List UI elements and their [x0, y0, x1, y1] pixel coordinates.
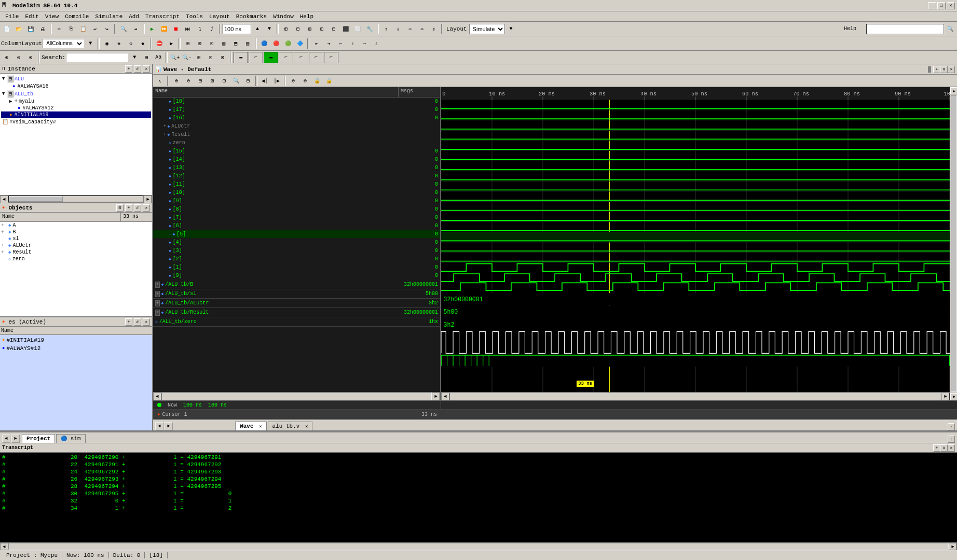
sig-4[interactable]: ◆ [4] 0 [153, 239, 440, 247]
tb-w6[interactable]: ▤ [242, 38, 253, 49]
sig-11[interactable]: ◆ [11] 0 [153, 180, 440, 189]
obj-row-result[interactable]: + ◆ Result [0, 249, 152, 256]
tb-w5[interactable]: ⬒ [230, 38, 241, 49]
sig-6[interactable]: ◆ [6] 0 [153, 222, 440, 230]
menu-layout[interactable]: Layout [206, 12, 233, 21]
wave-tb-z2[interactable]: ⊖ [183, 75, 194, 87]
tb-bookmark2[interactable]: ⊟ [292, 23, 304, 35]
tb-arr2[interactable]: ⇥ [323, 38, 334, 49]
sig-alutb-aluctr[interactable]: + ◆ /ALU_tb/ALUctr 3h2 [153, 299, 440, 308]
tb-zoom5[interactable]: ⊠ [217, 52, 228, 63]
active-row-initial19[interactable]: ● #INITIAL#19 [1, 336, 151, 344]
wave-tabs-nav-left[interactable]: ◄ [155, 422, 163, 430]
transcript-close-btn[interactable]: ✕ [948, 444, 955, 452]
tree-always16[interactable]: ● #ALWAYS#16 [1, 83, 151, 90]
wave-expand-btn[interactable]: + [933, 66, 940, 73]
tb-find[interactable]: 🔍 [118, 23, 129, 35]
wave-scroll-down[interactable]: ▼ [950, 393, 957, 400]
sig-9[interactable]: ◆ [9] 0 [153, 197, 440, 205]
tb-zoom1[interactable]: 🔍+ [169, 52, 181, 63]
tb-sim3[interactable]: ⇒ [404, 23, 416, 35]
tree-initial19[interactable]: ● #INITIAL#19 [1, 111, 151, 118]
tb-sim4[interactable]: ⇔ [416, 23, 428, 35]
tb-stop[interactable]: ⏹ [170, 23, 182, 35]
tb-step-out[interactable]: ⤴ [206, 23, 217, 35]
menu-view[interactable]: View [42, 12, 62, 21]
wave-scroll-right[interactable]: ► [941, 393, 950, 400]
tb-stop2[interactable]: ⛔ [154, 38, 165, 49]
sig-8[interactable]: ◆ [8] 0 [153, 205, 440, 214]
tb-obj3[interactable]: ◇ [125, 38, 136, 49]
wave-tb-find-next[interactable]: |▶ [271, 75, 282, 87]
tb-w8[interactable]: 🔴 [270, 38, 282, 49]
sig-10[interactable]: ◆ [10] 0 [153, 189, 440, 197]
objects-close-btn[interactable]: ✕ [143, 204, 150, 212]
tb-zoom2[interactable]: 🔍- [181, 52, 193, 63]
bottom-tabs-nav-right[interactable]: ► [11, 435, 20, 443]
menu-window[interactable]: Window [270, 12, 297, 21]
wave-scroll-up[interactable]: ▲ [950, 87, 957, 94]
wave-tab-alu-close[interactable]: ✕ [305, 424, 308, 429]
tb-w4[interactable]: ▥ [218, 38, 229, 49]
waveform-display[interactable]: 0 10 ns 20 ns 30 ns 40 ns 50 ns 60 ns 70… [441, 87, 950, 392]
menu-bookmarks[interactable]: Bookmarks [233, 12, 270, 21]
wave-tb-cursor[interactable]: ↖ [154, 75, 166, 87]
tb-arr6[interactable]: ⇩ [371, 38, 382, 49]
inst-scroll-left[interactable]: ◄ [0, 195, 8, 204]
tb-up-arrow[interactable]: ▲ [252, 23, 263, 35]
tb-misc3[interactable]: 🔧 [364, 23, 375, 35]
active-row-always12[interactable]: ● #ALWAYS#12 [1, 344, 151, 353]
tb-arr4[interactable]: ⇧ [347, 38, 358, 49]
menu-tools[interactable]: Tools [183, 12, 206, 21]
tb-help-go[interactable]: 🔍 [945, 23, 956, 35]
tb-cut[interactable]: ✂ [53, 23, 65, 35]
maximize-button[interactable]: □ [937, 2, 946, 9]
tb-redo[interactable]: ↪ [101, 23, 113, 35]
sig-14[interactable]: ◆ [14] 0 [153, 156, 440, 164]
minimize-button[interactable]: _ [928, 2, 936, 9]
tree-always12[interactable]: ● #ALWAYS#12 [1, 105, 151, 111]
wave-tb-add-cursor[interactable]: ⊕ [288, 75, 299, 87]
tb-save[interactable]: 💾 [25, 23, 36, 35]
tb-step[interactable]: ⏭ [182, 23, 194, 35]
tree-vsim[interactable]: 📋 #vsim_capacity# [1, 118, 151, 125]
wave-tab-wave[interactable]: Wave ✕ [235, 422, 266, 430]
tb-bookmark4[interactable]: ⊡ [316, 23, 327, 35]
search-case[interactable]: Aa [153, 52, 164, 63]
menu-help[interactable]: Help [297, 12, 317, 21]
tb-w7[interactable]: 🔵 [258, 38, 270, 49]
tree-alu[interactable]: ▼ ⊟ ALU [1, 75, 151, 83]
wave-tb-z6[interactable]: 🔍 [230, 75, 242, 87]
menu-compile[interactable]: Compile [62, 12, 92, 21]
tb-w1[interactable]: ⊞ [182, 38, 194, 49]
wave-panel-expand[interactable]: ↑ [948, 423, 955, 430]
trans-scroll-track[interactable] [8, 543, 949, 550]
instance-expand-btn[interactable]: + [125, 65, 132, 73]
wave-tb-z3[interactable]: ⊞ [195, 75, 206, 87]
tb-r3[interactable]: ⊗ [25, 52, 36, 63]
tb-open[interactable]: 📂 [13, 23, 24, 35]
layout-combo[interactable]: Simulate [469, 24, 505, 34]
tb-step-over[interactable]: ⤵ [194, 23, 206, 35]
trans-scroll-right[interactable]: ► [949, 543, 957, 550]
tree-myalu[interactable]: ▶ + myalu [1, 98, 151, 105]
tb-wave-shape2[interactable]: ⌐ [249, 52, 263, 63]
tb-r1[interactable]: ⊕ [1, 52, 12, 63]
tb-obj1[interactable]: ◉ [101, 38, 113, 49]
tb-paste[interactable]: 📋 [77, 23, 89, 35]
tb-sim1[interactable]: ⇑ [380, 23, 392, 35]
tb-dn-arrow[interactable]: ▼ [264, 23, 275, 35]
time-input[interactable] [223, 24, 251, 34]
tb-new[interactable]: 📄 [1, 23, 12, 35]
objects-dot[interactable]: ⊡ [116, 204, 124, 212]
tb-r2[interactable]: ⊖ [13, 52, 24, 63]
wave-tb-z5[interactable]: ⊡ [218, 75, 230, 87]
tb-obj2[interactable]: ◈ [113, 38, 125, 49]
sig-1[interactable]: ◆ [1] 0 [153, 263, 440, 272]
sig-13[interactable]: ◆ [13] 0 [153, 164, 440, 172]
tb-print[interactable]: 🖨 [37, 23, 48, 35]
col-layout-arrow[interactable]: ▼ [85, 38, 96, 49]
search-input[interactable] [66, 53, 128, 62]
tb-misc1[interactable]: ⬛ [340, 23, 351, 35]
tb-sim5[interactable]: ⇕ [428, 23, 440, 35]
